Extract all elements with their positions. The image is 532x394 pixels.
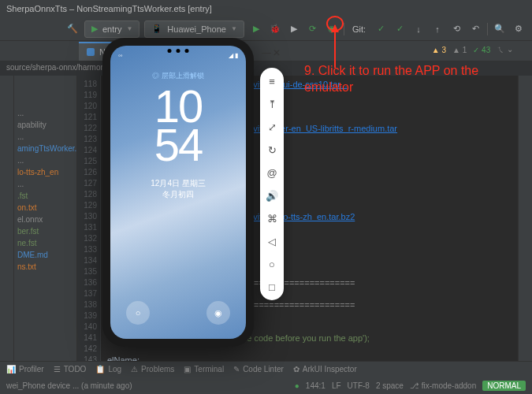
close-icon[interactable]: ✕ xyxy=(273,47,282,57)
right-toolwindow-bar[interactable] xyxy=(518,76,532,377)
line-number: 134 xyxy=(77,255,97,266)
settings-icon[interactable]: ⚙ xyxy=(512,22,526,36)
back-icon[interactable]: ◁ xyxy=(265,234,279,248)
line-number: 138 xyxy=(77,299,97,310)
problems-button[interactable]: ⚠ Problems xyxy=(131,365,174,374)
codelinter-button[interactable]: ✎ Code Linter xyxy=(233,365,284,374)
encoding[interactable]: UTF-8 xyxy=(348,381,370,390)
rotate-icon[interactable]: ↻ xyxy=(265,143,279,157)
sidebar-item[interactable]: ne.fst xyxy=(14,237,76,249)
titlebar: SherpaOnnxTts – NonStreamingTtsWorker.et… xyxy=(0,0,532,17)
line-number: 140 xyxy=(77,322,97,333)
back-icon[interactable]: ↶ xyxy=(468,22,482,36)
line-gutter: 1181191201211221231241251261271281291301… xyxy=(77,76,101,377)
line-number: 126 xyxy=(77,167,97,178)
toolbar: 🔨 ▶ entry ▼ 📱 Huawei_Phone ▼ ▶ 🐞 ▶ ⟳ ◉ G… xyxy=(0,17,532,41)
line-number: 141 xyxy=(77,333,97,344)
sidebar-item[interactable]: DME.md xyxy=(14,249,76,261)
sidebar-item[interactable]: el.onnx xyxy=(14,214,76,225)
line-number: 123 xyxy=(77,134,97,145)
emulator-window-controls: — ✕ xyxy=(260,47,284,57)
line-number: 142 xyxy=(77,344,97,355)
git-history-icon[interactable]: ⟲ xyxy=(449,22,463,36)
sidebar-item[interactable]: ... xyxy=(14,131,76,143)
lock-date: 12月4日 星期三冬月初四 xyxy=(110,178,246,200)
log-button[interactable]: 📋 Log xyxy=(95,365,121,374)
line-number: 120 xyxy=(77,101,97,112)
sidebar-item[interactable]: ... xyxy=(14,154,76,166)
minimize-icon[interactable]: — xyxy=(262,47,271,57)
run-config-select[interactable]: ▶ entry ▼ xyxy=(84,20,140,38)
todo-button[interactable]: ☰ TODO xyxy=(54,365,87,374)
emulator-device[interactable]: ◦◦◢ ▮ ◎ 层部上滑解锁 1054 12月4日 星期三冬月初四 ○ ◉ xyxy=(102,38,254,347)
git-push-icon[interactable]: ✓ xyxy=(392,22,407,36)
search-icon[interactable]: 🔍 xyxy=(493,22,507,36)
sidebar-item[interactable]: ... xyxy=(14,178,76,190)
sidebar-item[interactable]: ber.fst xyxy=(14,225,76,237)
profiler-button[interactable]: 📊 Profiler xyxy=(6,365,44,374)
at-icon[interactable]: @ xyxy=(265,165,279,180)
git-update-icon[interactable]: ↑ xyxy=(430,22,445,36)
sidebar-item[interactable]: lo-tts-zh_en xyxy=(14,166,76,178)
line-number: 136 xyxy=(77,277,97,288)
top-icon[interactable]: ⤒ xyxy=(265,97,279,111)
sidebar-item[interactable]: ... xyxy=(14,107,76,119)
menu-icon[interactable]: ≡ xyxy=(265,74,279,88)
sidebar-item[interactable]: apability xyxy=(14,119,76,131)
indent[interactable]: 2 space xyxy=(376,381,404,390)
line-number: 133 xyxy=(77,244,97,255)
emulator-screen[interactable]: ◦◦◢ ▮ ◎ 层部上滑解锁 1054 12月4日 星期三冬月初四 ○ ◉ xyxy=(110,46,246,339)
home-icon[interactable]: ○ xyxy=(265,257,279,271)
camera-icon[interactable]: ◉ xyxy=(206,301,230,325)
ark-button[interactable]: ✿ ArkUI Inspector xyxy=(293,365,357,374)
line-number: 132 xyxy=(77,233,97,244)
volume-icon[interactable]: 🔊 xyxy=(265,188,279,203)
line-number: 131 xyxy=(77,222,97,233)
crop-icon[interactable]: ⤢ xyxy=(265,120,279,134)
line-number: 119 xyxy=(77,90,97,101)
annotation-arrow xyxy=(334,25,336,68)
line-number: 129 xyxy=(77,200,97,211)
line-number: 118 xyxy=(77,79,97,90)
git-pull-icon[interactable]: ↓ xyxy=(411,22,426,36)
sidebar-item[interactable]: .fst xyxy=(14,190,76,202)
line-sep[interactable]: LF xyxy=(332,381,341,390)
cursor-position[interactable]: 144:1 xyxy=(306,381,326,390)
device-select[interactable]: 📱 Huawei_Phone ▼ xyxy=(144,20,244,38)
line-number: 128 xyxy=(77,189,97,200)
file-icon xyxy=(87,48,95,56)
cmd-icon[interactable]: ⌘ xyxy=(265,211,279,225)
status-message: wei_Phone device ... (a minute ago) xyxy=(6,381,132,390)
run-button[interactable]: ▶ xyxy=(249,22,263,36)
line-number: 127 xyxy=(77,178,97,189)
annotation-text: 9. Click it to run the APP on the emulat… xyxy=(304,63,509,96)
lock-time: 1054 xyxy=(110,87,246,165)
phone-icon[interactable]: ○ xyxy=(126,301,150,325)
line-number: 124 xyxy=(77,145,97,156)
git-commit-icon[interactable]: ✓ xyxy=(374,22,388,36)
git-label: Git: xyxy=(352,24,366,34)
line-number: 122 xyxy=(77,123,97,134)
inspection-bar[interactable]: ▲ 3 ▲ 1 ✓ 43 ㄟ ⌄ xyxy=(432,44,513,55)
line-number: 130 xyxy=(77,211,97,222)
hammer-icon[interactable]: 🔨 xyxy=(65,22,80,36)
sidebar-item[interactable]: ns.txt xyxy=(14,261,76,273)
terminal-button[interactable]: ▣ Terminal xyxy=(184,365,224,374)
debug-icon[interactable]: 🐞 xyxy=(268,22,282,36)
line-number: 125 xyxy=(77,156,97,167)
line-number: 121 xyxy=(77,112,97,123)
left-toolwindow-bar[interactable] xyxy=(0,76,14,377)
status-bar: wei_Phone device ... (a minute ago) ● 14… xyxy=(0,377,532,394)
coverage-icon[interactable]: ▶ xyxy=(287,22,301,36)
sidebar-item[interactable]: on.txt xyxy=(14,202,76,214)
attach-icon[interactable]: ⟳ xyxy=(306,22,320,36)
toolwindow-bar: 📊 Profiler ☰ TODO 📋 Log ⚠ Problems ▣ Ter… xyxy=(0,361,532,377)
sidebar-item[interactable]: amingTtsWorker.ets xyxy=(14,143,76,154)
project-sidebar[interactable]: ...apability...amingTtsWorker.ets...lo-t… xyxy=(14,76,77,377)
git-branch[interactable]: ⎇ fix-mode-addon xyxy=(410,381,476,390)
recents-icon[interactable]: □ xyxy=(265,280,279,294)
emulator-controls: ≡⤒⤢↻@🔊⌘◁○□ xyxy=(260,68,284,300)
line-number: 135 xyxy=(77,266,97,277)
emu-statusbar: ◦◦◢ ▮ xyxy=(118,52,238,59)
line-number: 139 xyxy=(77,310,97,322)
